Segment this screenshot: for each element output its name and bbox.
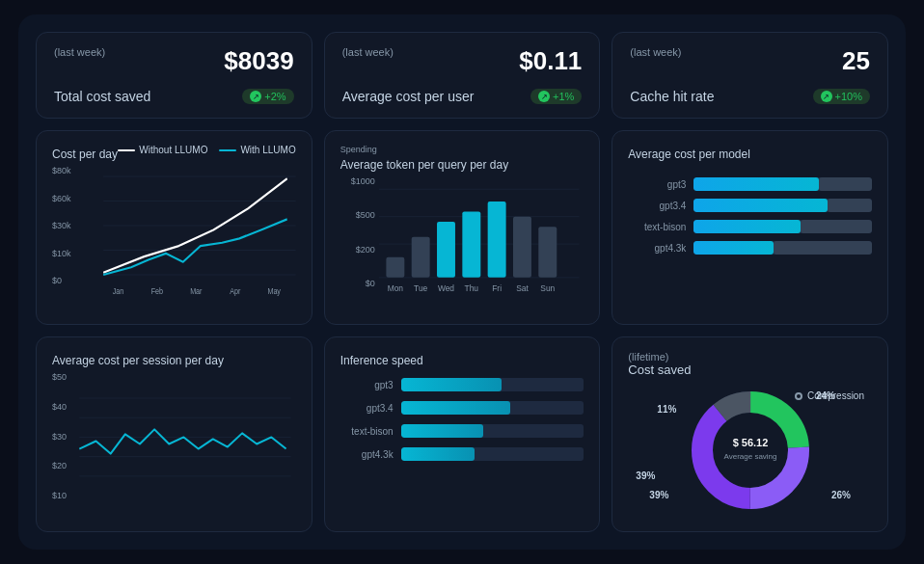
legend-without-llumo: Without LLUMO — [118, 145, 207, 155]
cache-hit-rate-card: (last week) 25 Cache hit rate ↗ +10% — [611, 32, 888, 119]
svg-text:Sat: Sat — [516, 283, 529, 293]
avg-cost-value: $0.11 — [519, 46, 582, 76]
avg-cost-session-svg — [52, 372, 296, 516]
svg-text:Sun: Sun — [540, 283, 555, 293]
table-row: gpt3.4 — [628, 199, 872, 212]
pct-26: 26% — [831, 490, 851, 500]
compression-icon — [795, 392, 802, 400]
arrow-up-icon: ↗ — [250, 91, 261, 102]
model-bars: gpt3 gpt3.4 — [628, 177, 872, 255]
svg-rect-14 — [386, 257, 404, 278]
pct-39-left: 39% — [636, 470, 655, 481]
svg-rect-15 — [411, 237, 429, 278]
total-cost-title: Total cost saved — [54, 89, 150, 104]
svg-text:Mon: Mon — [387, 283, 403, 293]
cache-value: 25 — [842, 46, 870, 76]
svg-text:Tue: Tue — [414, 283, 427, 293]
svg-rect-18 — [487, 201, 505, 278]
avg-cost-title: Average cost per user — [342, 89, 475, 104]
svg-text:Mar: Mar — [190, 286, 203, 296]
token-chart-svg: Mon Tue Wed Thu Fri Sat Sun — [340, 176, 584, 308]
total-cost-change: ↗ +2% — [242, 89, 293, 104]
inference-speed-title: Inference speed — [340, 354, 423, 367]
avg-cost-session-title: Average cost per session per day — [52, 354, 224, 367]
table-row: gpt4.3k — [628, 241, 872, 255]
svg-text:Wed: Wed — [438, 283, 454, 293]
avg-cost-period: (last week) — [342, 46, 394, 58]
svg-text:Average saving: Average saving — [723, 452, 776, 461]
pct-24: 24% — [816, 390, 835, 401]
token-chart-title: Average token per query per day — [340, 158, 509, 172]
donut-svg: $ 56.12 Average saving — [683, 383, 818, 518]
cost-per-day-svg: Jan Feb Mar Apr May — [52, 166, 296, 305]
legend-with-llumo: With LLUMO — [219, 145, 295, 155]
mid-row: Cost per day Without LLUMO With LLUMO $8… — [36, 130, 888, 325]
pct-39-bottom: 39% — [649, 490, 668, 500]
avg-cost-change: ↗ +1% — [530, 89, 582, 104]
table-row: text-bison — [628, 220, 872, 233]
cache-period: (last week) — [630, 46, 681, 58]
bot-row: Average cost per session per day $50 $40… — [36, 336, 888, 532]
svg-text:Fri: Fri — [492, 283, 502, 293]
list-item: gpt4.3k — [340, 447, 584, 461]
donut-header: (lifetime) Cost saved — [628, 351, 872, 377]
list-item: text-bison — [340, 424, 584, 438]
donut-title: Cost saved — [628, 363, 872, 377]
cost-per-day-card: Cost per day Without LLUMO With LLUMO $8… — [36, 130, 313, 325]
top-row: (last week) $8039 Total cost saved ↗ +2%… — [36, 32, 888, 119]
list-item: gpt3.4 — [340, 401, 584, 415]
table-row: gpt3 — [628, 177, 872, 191]
donut-container: (lifetime) Cost saved Compression — [628, 351, 872, 518]
pct-11: 11% — [657, 404, 676, 415]
svg-text:$ 56.12: $ 56.12 — [732, 437, 768, 448]
arrow-up-icon-2: ↗ — [538, 91, 550, 102]
avg-cost-model-title: Average cost per model — [628, 148, 750, 161]
cost-per-day-title: Cost per day — [52, 148, 118, 161]
legend-line-teal — [219, 149, 236, 151]
avg-cost-model-card: Average cost per model gpt3 gpt3.4 — [611, 130, 888, 325]
list-item: gpt3 — [340, 378, 584, 391]
svg-text:Thu: Thu — [464, 283, 478, 293]
svg-rect-17 — [462, 211, 480, 277]
avg-cost-user-card: (last week) $0.11 Average cost per user … — [324, 32, 601, 119]
svg-rect-16 — [437, 222, 455, 278]
svg-text:Apr: Apr — [230, 286, 240, 296]
donut-period: (lifetime) — [628, 351, 872, 363]
donut-body: Compression — [628, 383, 872, 518]
token-chart-card: Spending Average token per query per day… — [324, 130, 601, 325]
spending-label: Spending — [340, 145, 584, 154]
svg-text:Feb: Feb — [151, 286, 164, 296]
svg-rect-19 — [513, 217, 531, 278]
legend-line-white — [118, 149, 135, 151]
total-cost-saved-card: (last week) $8039 Total cost saved ↗ +2% — [36, 32, 313, 119]
inference-speed-card: Inference speed gpt3 gpt3.4 text-bison — [324, 336, 601, 532]
svg-text:Jan: Jan — [113, 286, 124, 296]
avg-cost-session-card: Average cost per session per day $50 $40… — [36, 336, 313, 532]
cost-per-day-legend: Without LLUMO With LLUMO — [118, 145, 295, 155]
svg-rect-20 — [538, 227, 557, 278]
svg-text:May: May — [267, 286, 281, 296]
dashboard: (last week) $8039 Total cost saved ↗ +2%… — [18, 14, 906, 550]
arrow-up-icon-3: ↗ — [821, 91, 832, 102]
cost-saved-card: (lifetime) Cost saved Compression — [611, 336, 888, 532]
cache-change: ↗ +10% — [813, 89, 870, 104]
total-cost-period: (last week) — [54, 46, 105, 58]
total-cost-value: $8039 — [224, 46, 293, 76]
cache-title: Cache hit rate — [630, 89, 714, 104]
inference-bars: gpt3 gpt3.4 text-bison — [340, 378, 584, 461]
